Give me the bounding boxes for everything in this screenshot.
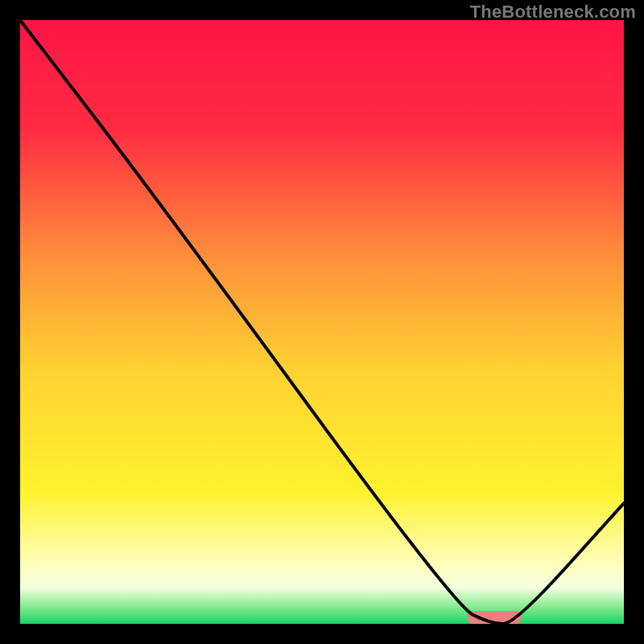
optimal-range-marker	[467, 611, 522, 624]
chart-frame: TheBottleneck.com	[0, 0, 644, 644]
gradient-background	[20, 20, 624, 624]
svg-rect-0	[20, 20, 624, 624]
plot-area	[20, 20, 624, 624]
